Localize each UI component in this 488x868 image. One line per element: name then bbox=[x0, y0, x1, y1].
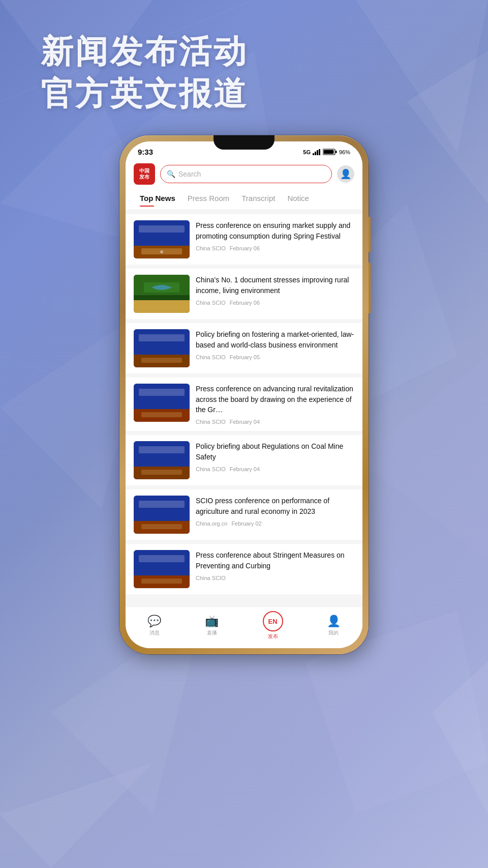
phone-frame: 9:33 5G 96% bbox=[119, 135, 369, 654]
svg-rect-42 bbox=[141, 470, 182, 475]
nav-live[interactable]: 📺 直播 bbox=[205, 615, 219, 636]
nav-messages-label: 消息 bbox=[149, 629, 160, 636]
news-item[interactable]: Policy briefing on fostering a market-or… bbox=[126, 323, 362, 373]
news-thumbnail bbox=[134, 384, 190, 422]
svg-rect-18 bbox=[319, 149, 320, 155]
app-header: 中国 发布 🔍 Search 👤 bbox=[126, 159, 362, 189]
app-headline: 新闻发布活动 官方英文报道 bbox=[0, 0, 488, 130]
news-content: Press conference about Stringent Measure… bbox=[196, 550, 354, 581]
svg-rect-37 bbox=[139, 389, 185, 396]
news-date: February 04 bbox=[230, 466, 260, 472]
nav-publish-label: 发布 bbox=[268, 633, 278, 640]
tab-notice[interactable]: Notice bbox=[281, 191, 315, 206]
logo-text: 中国 发布 bbox=[139, 168, 149, 180]
news-item[interactable]: Press conference about Stringent Measure… bbox=[126, 544, 362, 594]
news-source: China SCIO bbox=[196, 575, 226, 581]
news-meta: China SCIO February 05 bbox=[196, 354, 354, 360]
news-thumbnail bbox=[134, 220, 190, 258]
phone-notch bbox=[214, 141, 274, 150]
svg-rect-45 bbox=[139, 501, 185, 508]
svg-rect-38 bbox=[141, 412, 182, 417]
news-thumbnail bbox=[134, 275, 190, 313]
news-content: Press conference on ensuring market supp… bbox=[196, 220, 354, 251]
news-title: Press conference on advancing rural revi… bbox=[196, 384, 354, 415]
nav-profile-label: 我的 bbox=[328, 629, 339, 636]
nav-publish[interactable]: EN 发布 bbox=[263, 611, 283, 640]
svg-rect-46 bbox=[141, 524, 182, 529]
news-source: China SCIO bbox=[196, 466, 226, 472]
tab-press-room[interactable]: Press Room bbox=[181, 191, 236, 206]
battery-icon bbox=[323, 149, 337, 155]
news-content: Press conference on advancing rural revi… bbox=[196, 384, 354, 425]
svg-rect-21 bbox=[323, 150, 333, 154]
news-meta: China SCIO February 06 bbox=[196, 245, 354, 251]
news-thumbnail bbox=[134, 441, 190, 479]
publish-en-button[interactable]: EN bbox=[263, 611, 283, 631]
news-title: Press conference about Stringent Measure… bbox=[196, 550, 354, 571]
news-date: February 04 bbox=[230, 419, 260, 425]
tab-transcript[interactable]: Transcript bbox=[235, 191, 281, 206]
headline-line2: 官方英文报道 bbox=[41, 75, 248, 112]
svg-rect-30 bbox=[134, 300, 190, 313]
news-title: Policy briefing about Regulations on Coa… bbox=[196, 441, 354, 462]
news-title: Press conference on ensuring market supp… bbox=[196, 220, 354, 241]
svg-rect-24 bbox=[139, 225, 185, 233]
news-title: SCIO press conference on performance of … bbox=[196, 496, 354, 516]
search-icon: 🔍 bbox=[167, 170, 175, 178]
svg-rect-50 bbox=[141, 578, 182, 584]
news-source: China SCIO bbox=[196, 245, 226, 251]
battery-percent: 96% bbox=[339, 149, 350, 155]
search-input-placeholder: Search bbox=[178, 170, 201, 178]
news-source: China SCIO bbox=[196, 354, 226, 360]
news-date: February 02 bbox=[231, 520, 261, 527]
phone-mockup: 9:33 5G 96% bbox=[119, 135, 369, 654]
news-source: China.org.cn bbox=[196, 520, 227, 527]
svg-rect-34 bbox=[141, 358, 182, 363]
status-time: 9:33 bbox=[138, 148, 153, 156]
svg-rect-16 bbox=[315, 152, 316, 155]
news-content: SCIO press conference on performance of … bbox=[196, 496, 354, 527]
news-item[interactable]: Press conference on ensuring market supp… bbox=[126, 214, 362, 265]
news-item[interactable]: Policy briefing about Regulations on Coa… bbox=[126, 435, 362, 485]
search-bar[interactable]: 🔍 Search bbox=[160, 165, 332, 183]
live-icon: 📺 bbox=[205, 615, 219, 628]
news-content: Policy briefing about Regulations on Coa… bbox=[196, 441, 354, 472]
user-avatar-button[interactable]: 👤 bbox=[337, 165, 354, 183]
signal-bars-icon bbox=[313, 149, 321, 155]
news-item[interactable]: SCIO press conference on performance of … bbox=[126, 489, 362, 540]
news-list: Press conference on ensuring market supp… bbox=[126, 210, 362, 606]
news-meta: China SCIO bbox=[196, 575, 354, 581]
news-item[interactable]: Press conference on advancing rural revi… bbox=[126, 378, 362, 431]
svg-rect-15 bbox=[313, 153, 314, 155]
svg-rect-20 bbox=[336, 151, 337, 153]
nav-messages[interactable]: 💬 消息 bbox=[147, 615, 161, 636]
svg-rect-33 bbox=[139, 334, 185, 341]
news-meta: China SCIO February 06 bbox=[196, 300, 354, 306]
news-content: China's No. 1 document stresses improvin… bbox=[196, 275, 354, 306]
news-thumbnail bbox=[134, 329, 190, 367]
messages-icon: 💬 bbox=[147, 615, 161, 628]
tab-top-news[interactable]: Top News bbox=[134, 191, 181, 206]
news-date: February 05 bbox=[230, 354, 260, 360]
app-logo: 中国 发布 bbox=[134, 163, 155, 185]
news-title: China's No. 1 document stresses improvin… bbox=[196, 275, 354, 296]
svg-marker-9 bbox=[432, 661, 488, 814]
svg-point-26 bbox=[160, 250, 163, 253]
svg-rect-41 bbox=[139, 446, 185, 453]
news-item[interactable]: China's No. 1 document stresses improvin… bbox=[126, 269, 362, 319]
news-date: February 06 bbox=[230, 245, 260, 251]
nav-profile[interactable]: 👤 我的 bbox=[327, 615, 341, 636]
svg-marker-8 bbox=[0, 763, 152, 868]
headline-line1: 新闻发布活动 bbox=[41, 33, 248, 70]
news-date: February 06 bbox=[230, 300, 260, 306]
avatar-icon: 👤 bbox=[340, 168, 351, 180]
news-source: China SCIO bbox=[196, 419, 226, 425]
news-source: China SCIO bbox=[196, 300, 226, 306]
svg-rect-17 bbox=[317, 150, 318, 155]
svg-marker-5 bbox=[356, 356, 488, 560]
phone-screen: 9:33 5G 96% bbox=[126, 141, 362, 648]
tab-navigation: Top News Press Room Transcript Notice bbox=[126, 189, 362, 210]
news-meta: China.org.cn February 02 bbox=[196, 520, 354, 527]
bottom-navigation: 💬 消息 📺 直播 EN 发布 👤 我的 bbox=[126, 606, 362, 648]
svg-rect-49 bbox=[139, 555, 185, 562]
